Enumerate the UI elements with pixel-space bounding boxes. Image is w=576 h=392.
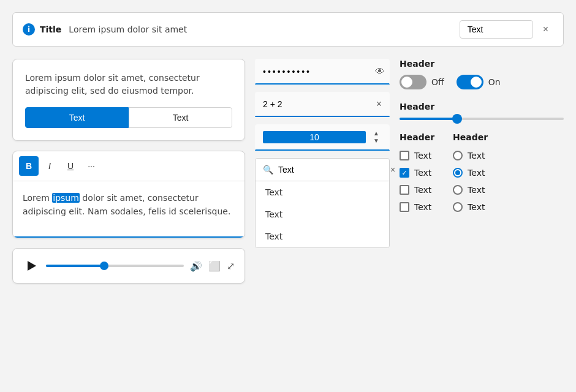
toggle-off[interactable]	[400, 75, 426, 89]
text-editor: B I U ··· Lorem ipsum dolor sit amet, co…	[12, 151, 245, 238]
radio-item-2[interactable]: Text	[453, 168, 488, 178]
info-title: Title	[40, 24, 61, 34]
toggle-off-label: Off	[431, 77, 444, 87]
search-input[interactable]	[278, 165, 385, 175]
toggle-group-on: On	[457, 75, 501, 89]
checkbox-item-3[interactable]: Text	[400, 185, 434, 195]
checkbox-4[interactable]	[400, 202, 409, 212]
radio-item-3[interactable]: Text	[453, 185, 488, 195]
search-input-row: 🔍 ×	[256, 159, 389, 181]
subtitles-icon[interactable]: ⬜	[208, 260, 221, 272]
spinner-field: ▲ ▼	[255, 124, 390, 151]
underline-button[interactable]: U	[61, 156, 80, 176]
radio-column: Header Text Text Text Text	[453, 132, 488, 212]
checkbox-3[interactable]	[400, 185, 409, 195]
progress-thumb	[100, 262, 108, 270]
volume-icon[interactable]: 🔊	[190, 260, 202, 272]
left-column: Lorem ipsum dolor sit amet, consectetur …	[12, 59, 245, 284]
radio-label-3: Text	[468, 185, 485, 195]
checkbox-item-2[interactable]: Text	[400, 168, 434, 178]
checkbox-label-3: Text	[414, 185, 431, 195]
radio-header: Header	[453, 132, 488, 142]
info-input[interactable]	[460, 20, 533, 39]
search-clear-button[interactable]: ×	[390, 165, 395, 175]
slider-section: Header	[400, 102, 564, 120]
search-dropdown: 🔍 × Text Text Text	[255, 158, 390, 248]
dropdown-list: Text Text Text	[256, 181, 389, 247]
spinner-input[interactable]	[263, 131, 366, 143]
toggle-on[interactable]	[457, 75, 483, 89]
search-icon: 🔍	[263, 165, 273, 175]
editor-body[interactable]: Lorem ipsum dolor sit amet, consectetur …	[13, 181, 244, 236]
dropdown-item-2[interactable]: Text	[256, 203, 389, 225]
bold-button[interactable]: B	[19, 156, 39, 176]
progress-fill	[46, 265, 104, 267]
toggle-thumb-on	[471, 77, 482, 88]
editor-border	[13, 236, 244, 238]
checkbox-item-4[interactable]: Text	[400, 202, 434, 212]
checkbox-item-1[interactable]: Text	[400, 151, 434, 160]
check-radio-section: Header Text Text Text Text	[400, 132, 564, 212]
dropdown-item-1[interactable]: Text	[256, 181, 389, 203]
radio-4[interactable]	[453, 202, 463, 212]
fullscreen-icon[interactable]: ⤢	[227, 260, 235, 272]
editor-text-before: Lorem	[23, 193, 52, 203]
toggle-group-off: Off	[400, 75, 444, 89]
checkbox-1[interactable]	[400, 151, 409, 160]
spinner-down-button[interactable]: ▼	[371, 137, 382, 145]
radio-item-1[interactable]: Text	[453, 151, 488, 160]
checkbox-2[interactable]	[400, 168, 409, 178]
editor-highlight: ipsum	[52, 193, 80, 203]
spinner-buttons: ▲ ▼	[371, 130, 382, 145]
right-column: Header Off On Header	[400, 59, 564, 284]
toggles-row: Off On	[400, 75, 564, 89]
more-button[interactable]: ···	[81, 156, 101, 176]
eye-icon[interactable]: 👁	[375, 66, 385, 77]
close-button[interactable]: ×	[538, 21, 553, 37]
checkbox-label-1: Text	[414, 151, 431, 160]
button-row: Text Text	[25, 107, 232, 128]
slider-track[interactable]	[400, 118, 564, 120]
secondary-button[interactable]: Text	[129, 107, 232, 128]
calc-field: ×	[255, 92, 390, 117]
play-icon	[28, 261, 36, 271]
editor-toolbar: B I U ···	[13, 151, 244, 181]
info-card: Lorem ipsum dolor sit amet, consectetur …	[12, 59, 245, 141]
calc-input[interactable]	[263, 99, 371, 109]
radio-2[interactable]	[453, 168, 463, 178]
middle-column: 👁 × ▲ ▼ 🔍 × Text Text Text	[255, 59, 390, 284]
info-icon: i	[23, 23, 35, 36]
primary-button[interactable]: Text	[25, 107, 129, 128]
radio-item-4[interactable]: Text	[453, 202, 488, 212]
slider-header: Header	[400, 102, 564, 111]
radio-3[interactable]	[453, 185, 463, 195]
toggle-header: Header	[400, 59, 564, 69]
toggle-thumb-off	[401, 77, 412, 88]
toggle-section: Header Off On	[400, 59, 564, 89]
password-field: 👁	[255, 59, 390, 85]
radio-label-4: Text	[468, 202, 485, 212]
italic-button[interactable]: I	[40, 156, 59, 176]
radio-label-2: Text	[468, 168, 485, 178]
calc-clear-button[interactable]: ×	[376, 99, 382, 110]
checkbox-header: Header	[400, 132, 434, 142]
slider-thumb[interactable]	[452, 114, 462, 124]
info-description: Lorem ipsum dolor sit amet	[69, 24, 454, 34]
radio-label-1: Text	[468, 151, 485, 160]
radio-1[interactable]	[453, 151, 463, 160]
dropdown-item-3[interactable]: Text	[256, 225, 389, 247]
checkbox-label-2: Text	[414, 168, 431, 178]
progress-track[interactable]	[46, 265, 184, 267]
spinner-up-button[interactable]: ▲	[371, 130, 382, 137]
play-button[interactable]	[23, 257, 40, 274]
slider-fill	[400, 118, 457, 120]
toggle-on-label: On	[488, 77, 501, 87]
media-player: 🔊 ⬜ ⤢	[12, 248, 245, 284]
card-text: Lorem ipsum dolor sit amet, consectetur …	[25, 72, 232, 97]
checkbox-column: Header Text Text Text Text	[400, 132, 434, 212]
info-bar: i Title Lorem ipsum dolor sit amet ×	[12, 12, 564, 47]
password-input[interactable]	[263, 67, 370, 77]
checkbox-label-4: Text	[414, 202, 431, 212]
